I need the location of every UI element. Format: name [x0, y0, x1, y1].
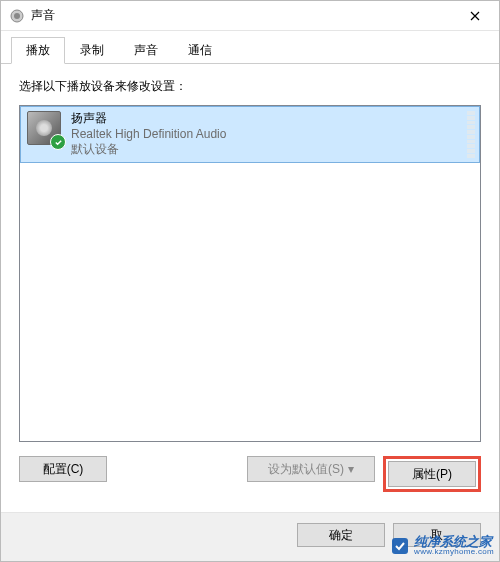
bottom-button-row: 配置(C) 设为默认值(S) ▾ 属性(P) — [19, 456, 481, 492]
tab-communications[interactable]: 通信 — [173, 37, 227, 64]
titlebar: 声音 — [1, 1, 499, 31]
device-icon-wrap — [27, 111, 63, 147]
close-button[interactable] — [452, 2, 497, 30]
device-description: Realtek High Definition Audio — [71, 127, 226, 143]
sound-dialog: 声音 播放 录制 声音 通信 选择以下播放设备来修改设置： — [0, 0, 500, 562]
tab-content: 选择以下播放设备来修改设置： 扬声器 Realtek High Definiti… — [1, 64, 499, 512]
watermark-text: 纯净系统之家 www.kzmyhome.com — [414, 535, 494, 556]
watermark: 纯净系统之家 www.kzmyhome.com — [390, 535, 494, 556]
watermark-icon — [390, 536, 410, 556]
set-default-button[interactable]: 设为默认值(S) ▾ — [247, 456, 375, 482]
sound-icon — [9, 8, 25, 24]
device-name: 扬声器 — [71, 111, 226, 127]
device-info: 扬声器 Realtek High Definition Audio 默认设备 — [71, 111, 226, 158]
tab-strip: 播放 录制 声音 通信 — [1, 37, 499, 64]
tab-recording[interactable]: 录制 — [65, 37, 119, 64]
default-check-icon — [50, 134, 66, 150]
device-item-speakers[interactable]: 扬声器 Realtek High Definition Audio 默认设备 — [20, 106, 480, 163]
instruction-text: 选择以下播放设备来修改设置： — [19, 78, 481, 95]
svg-point-1 — [14, 13, 20, 19]
level-meter — [467, 111, 475, 158]
ok-button[interactable]: 确定 — [297, 523, 385, 547]
window-title: 声音 — [31, 7, 452, 24]
device-list[interactable]: 扬声器 Realtek High Definition Audio 默认设备 — [19, 105, 481, 442]
tab-playback[interactable]: 播放 — [11, 37, 65, 64]
properties-button[interactable]: 属性(P) — [388, 461, 476, 487]
svg-rect-2 — [392, 538, 408, 554]
device-status: 默认设备 — [71, 142, 226, 158]
configure-button[interactable]: 配置(C) — [19, 456, 107, 482]
tab-sounds[interactable]: 声音 — [119, 37, 173, 64]
chevron-down-icon: ▾ — [348, 462, 354, 476]
highlight-annotation: 属性(P) — [383, 456, 481, 492]
